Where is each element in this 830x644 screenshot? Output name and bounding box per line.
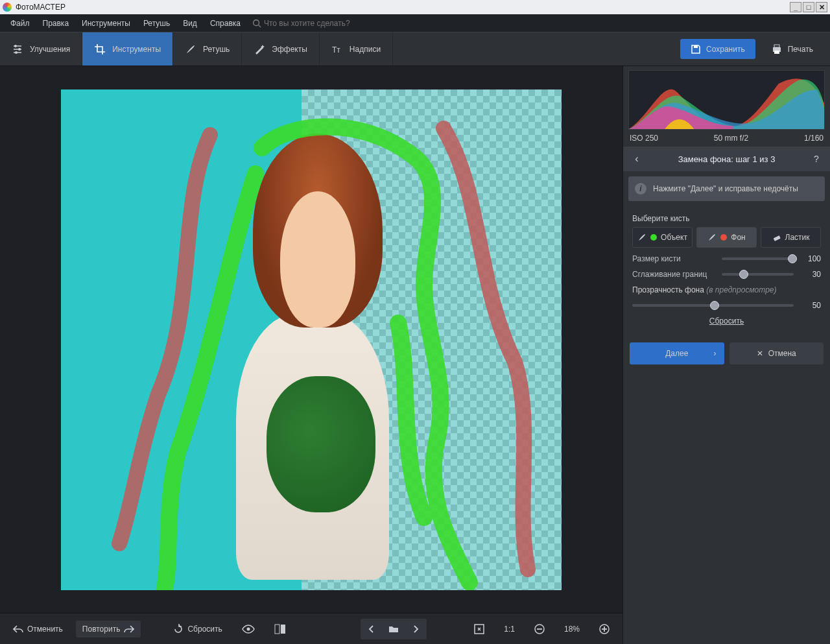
- menu-file[interactable]: Файл: [5, 16, 35, 30]
- tab-text-label: Надписи: [350, 45, 381, 54]
- menu-edit[interactable]: Правка: [38, 16, 75, 30]
- panel-help-button[interactable]: ?: [809, 154, 824, 164]
- prev-file-button[interactable]: [362, 620, 381, 638]
- brush-eraser-button[interactable]: Ластик: [761, 227, 821, 248]
- file-nav-group: [361, 619, 427, 639]
- undo-button[interactable]: Отменить: [6, 621, 69, 638]
- brush-size-label: Размер кисти: [632, 254, 717, 263]
- menu-retouch[interactable]: Ретушь: [138, 16, 175, 30]
- chevron-right-icon: ›: [714, 349, 717, 358]
- bottombar: Отменить Повторить Сбросить: [0, 613, 622, 644]
- open-folder-button[interactable]: [384, 620, 403, 638]
- canvas[interactable]: [0, 66, 622, 613]
- titlebar: ФотоМАСТЕР _ □ ✕: [0, 0, 830, 14]
- svg-rect-8: [774, 45, 779, 47]
- next-button[interactable]: Далее ›: [630, 342, 724, 364]
- preview-toggle[interactable]: [235, 621, 261, 638]
- svg-text:Tт: Tт: [332, 45, 340, 54]
- svg-point-0: [254, 19, 259, 25]
- minimize-button[interactable]: _: [790, 2, 801, 12]
- brush-object-label: Объект: [661, 233, 687, 242]
- chevron-right-icon: [412, 625, 419, 633]
- minus-icon: [534, 624, 545, 634]
- tab-effects-label: Эффекты: [272, 45, 307, 54]
- fit-screen-button[interactable]: [468, 620, 491, 638]
- svg-rect-9: [774, 51, 779, 54]
- undo-label: Отменить: [27, 625, 63, 634]
- histogram[interactable]: [628, 70, 825, 130]
- zoom-level[interactable]: 18%: [558, 621, 586, 638]
- save-label: Сохранить: [706, 45, 745, 54]
- actual-size-button[interactable]: 1:1: [497, 621, 521, 638]
- svg-rect-19: [773, 235, 780, 241]
- reset-label: Сбросить: [187, 625, 222, 634]
- panel-back-button[interactable]: ‹: [630, 153, 644, 165]
- svg-point-10: [246, 627, 250, 630]
- iso-label: ISO 250: [630, 134, 658, 143]
- zoom-label: 18%: [564, 625, 580, 634]
- svg-line-1: [259, 25, 261, 27]
- cancel-button[interactable]: ✕ Отмена: [729, 342, 824, 364]
- print-button[interactable]: Печать: [761, 39, 824, 59]
- text-icon: Tт: [331, 43, 343, 55]
- tab-retouch[interactable]: Ретушь: [173, 32, 242, 66]
- menubar: Файл Правка Инструменты Ретушь Вид Справ…: [0, 14, 830, 32]
- zoom-in-button[interactable]: [593, 620, 616, 638]
- brush-size-value: 100: [799, 254, 821, 263]
- opacity-note: (в предпросмотре): [706, 285, 776, 294]
- reset-icon: [173, 624, 184, 634]
- brush-eraser-label: Ластик: [785, 233, 810, 242]
- panel-reset-link[interactable]: Сбросить: [632, 316, 821, 326]
- tab-enhance-label: Улучшения: [30, 45, 70, 54]
- maximize-button[interactable]: □: [803, 2, 814, 12]
- svg-rect-11: [275, 625, 279, 634]
- tab-tools-label: Инструменты: [112, 45, 161, 54]
- eraser-icon: [772, 233, 781, 242]
- smoothing-slider[interactable]: Сглаживание границ 30: [632, 270, 821, 279]
- menu-help[interactable]: Справка: [205, 16, 246, 30]
- red-dot-icon: [720, 234, 727, 241]
- tab-tools[interactable]: Инструменты: [82, 32, 173, 66]
- brush-bg-button[interactable]: Фон: [696, 227, 757, 248]
- plus-icon: [599, 624, 610, 634]
- toolbar: Улучшения Инструменты Ретушь Эффекты Tт …: [0, 32, 830, 66]
- histogram-icon: [629, 71, 824, 129]
- app-logo-icon: [3, 3, 12, 12]
- brush-bg-label: Фон: [731, 233, 745, 242]
- reset-button[interactable]: Сбросить: [167, 620, 228, 638]
- search-icon: [252, 19, 261, 28]
- green-dot-icon: [650, 234, 657, 241]
- save-button[interactable]: Сохранить: [680, 39, 755, 59]
- fit-icon: [474, 624, 484, 634]
- close-button[interactable]: ✕: [816, 2, 827, 12]
- background-stroke: [61, 89, 562, 590]
- menu-tools[interactable]: Инструменты: [77, 16, 136, 30]
- tab-enhance[interactable]: Улучшения: [0, 32, 82, 66]
- tab-effects[interactable]: Эффекты: [242, 32, 320, 66]
- menu-view[interactable]: Вид: [178, 16, 202, 30]
- opacity-slider[interactable]: 50: [632, 301, 821, 310]
- svg-rect-6: [694, 45, 698, 48]
- hint-text: Нажмите "Далее" и исправьте недочёты: [653, 184, 798, 193]
- svg-rect-12: [281, 625, 285, 634]
- next-file-button[interactable]: [406, 620, 425, 638]
- zoom-out-button[interactable]: [528, 620, 551, 638]
- next-label: Далее: [665, 349, 688, 358]
- compare-toggle[interactable]: [268, 620, 292, 638]
- crop-icon: [94, 43, 106, 55]
- brush-object-button[interactable]: Объект: [632, 227, 693, 248]
- panel-title: Замена фона: шаг 1 из 3: [644, 154, 809, 164]
- sliders-icon: [12, 43, 23, 55]
- search-input[interactable]: [264, 19, 394, 28]
- redo-button[interactable]: Повторить: [76, 621, 141, 638]
- brush-bg-icon: [707, 233, 717, 242]
- brush-size-slider[interactable]: Размер кисти 100: [632, 254, 821, 263]
- shutter-label: 1/160: [804, 134, 824, 143]
- svg-point-3: [18, 48, 21, 51]
- redo-label: Повторить: [82, 625, 121, 634]
- undo-icon: [13, 625, 23, 634]
- print-label: Печать: [788, 45, 813, 54]
- tab-text[interactable]: Tт Надписи: [320, 32, 393, 66]
- histogram-meta: ISO 250 50 mm f/2 1/160: [623, 132, 830, 147]
- choose-brush-label: Выберите кисть: [632, 214, 821, 223]
